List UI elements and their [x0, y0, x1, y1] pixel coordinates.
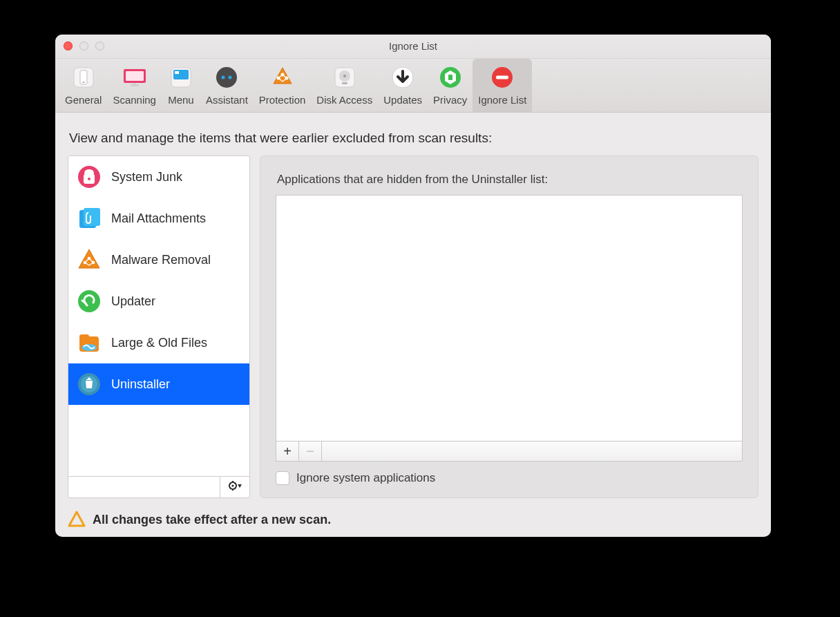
- tab-label: Updates: [383, 94, 422, 106]
- plus-icon: +: [283, 444, 292, 459]
- assistant-icon: [213, 64, 240, 91]
- tab-general[interactable]: General: [59, 59, 107, 112]
- preferences-toolbar: General Scanning Menu: [55, 59, 771, 113]
- tab-scanning[interactable]: Scanning: [107, 59, 162, 112]
- svg-rect-19: [342, 82, 347, 84]
- tab-label: Privacy: [433, 94, 467, 106]
- svg-rect-25: [496, 76, 508, 79]
- svg-point-34: [78, 290, 100, 312]
- warning-icon: [68, 511, 86, 529]
- tab-label: Scanning: [113, 94, 156, 106]
- svg-line-49: [230, 488, 231, 488]
- ignore-system-apps-row[interactable]: Ignore system applications: [276, 471, 743, 485]
- protection-icon: [269, 64, 296, 91]
- tab-label: Ignore List: [478, 94, 526, 106]
- large-old-files-icon: [77, 330, 102, 355]
- svg-point-28: [88, 178, 90, 180]
- scanning-icon: [121, 64, 149, 91]
- privacy-icon: [437, 64, 464, 91]
- sidebar-item-label: Uninstaller: [111, 377, 170, 392]
- titlebar: Ignore List: [55, 35, 771, 59]
- svg-point-18: [343, 75, 346, 77]
- sidebar-item-uninstaller[interactable]: Uninstaller: [68, 363, 249, 405]
- body: View and manage the items that were earl…: [55, 113, 771, 537]
- system-junk-icon: [77, 164, 102, 189]
- svg-rect-23: [448, 75, 452, 80]
- sidebar-item-label: System Junk: [111, 170, 182, 184]
- svg-line-46: [230, 483, 231, 484]
- updater-icon: [77, 289, 102, 314]
- mail-attachments-icon: [77, 206, 102, 231]
- menu-icon: [167, 64, 195, 91]
- tab-disk-access[interactable]: Disk Access: [311, 59, 378, 112]
- checkbox-label: Ignore system applications: [296, 471, 435, 485]
- tab-label: Assistant: [206, 94, 248, 106]
- updates-icon: [389, 64, 417, 91]
- uninstaller-icon: [77, 372, 102, 397]
- tab-ignore-list[interactable]: Ignore List: [472, 59, 532, 112]
- sidebar-item-malware-removal[interactable]: Malware Removal: [68, 239, 249, 281]
- svg-rect-36: [79, 334, 89, 340]
- sidebar-item-label: Malware Removal: [111, 253, 211, 267]
- svg-point-10: [216, 67, 237, 88]
- svg-rect-9: [175, 71, 179, 74]
- svg-point-11: [222, 76, 225, 79]
- svg-rect-6: [133, 83, 135, 85]
- sidebar-actions-menu[interactable]: [220, 477, 249, 497]
- category-sidebar: System Junk Mail Attachments Malware Rem…: [68, 155, 250, 498]
- sidebar-item-large-old-files[interactable]: Large & Old Files: [68, 322, 249, 363]
- sidebar-item-label: Updater: [111, 294, 155, 309]
- tab-label: General: [65, 94, 102, 106]
- footer-notice: All changes take effect after a new scan…: [68, 511, 758, 529]
- svg-line-48: [235, 483, 236, 484]
- ignore-system-apps-checkbox[interactable]: [276, 471, 289, 485]
- svg-rect-4: [126, 71, 144, 81]
- footer-text: All changes take effect after a new scan…: [93, 513, 331, 527]
- page-heading: View and manage the items that were earl…: [69, 131, 758, 146]
- tab-protection[interactable]: Protection: [254, 59, 312, 112]
- window-title: Ignore List: [55, 35, 771, 58]
- detail-panel: Applications that are hidden from the Un…: [260, 155, 758, 498]
- preferences-window: Ignore List General: [55, 35, 771, 537]
- columns: System Junk Mail Attachments Malware Rem…: [68, 155, 758, 498]
- gear-icon: [227, 480, 242, 494]
- sidebar-item-system-junk[interactable]: System Junk: [68, 156, 249, 198]
- tab-label: Protection: [259, 94, 306, 106]
- ignored-apps-list[interactable]: [276, 195, 743, 442]
- svg-line-47: [235, 488, 236, 488]
- category-list: System Junk Mail Attachments Malware Rem…: [68, 156, 249, 476]
- tab-label: Menu: [168, 94, 194, 106]
- sidebar-item-updater[interactable]: Updater: [68, 281, 249, 322]
- sidebar-item-label: Large & Old Files: [111, 336, 207, 350]
- sidebar-item-label: Mail Attachments: [111, 211, 206, 226]
- tab-menu[interactable]: Menu: [162, 59, 200, 112]
- sidebar-item-mail-attachments[interactable]: Mail Attachments: [68, 198, 249, 239]
- svg-point-12: [229, 76, 232, 79]
- remove-button[interactable]: −: [299, 442, 322, 461]
- tab-updates[interactable]: Updates: [378, 59, 428, 112]
- ignore-list-icon: [488, 64, 516, 91]
- sidebar-footer-spacer: [68, 477, 220, 497]
- list-toolbar: + −: [276, 442, 743, 462]
- sidebar-footer: [68, 476, 249, 497]
- svg-rect-2: [82, 82, 85, 83]
- add-button[interactable]: +: [276, 442, 299, 461]
- general-icon: [70, 64, 97, 91]
- tab-assistant[interactable]: Assistant: [200, 59, 254, 112]
- malware-removal-icon: [77, 247, 102, 272]
- panel-heading: Applications that are hidden from the Un…: [277, 173, 741, 187]
- minus-icon: −: [306, 444, 314, 459]
- tab-privacy[interactable]: Privacy: [428, 59, 472, 112]
- tab-label: Disk Access: [316, 94, 372, 106]
- svg-point-41: [231, 484, 233, 486]
- disk-access-icon: [331, 64, 359, 91]
